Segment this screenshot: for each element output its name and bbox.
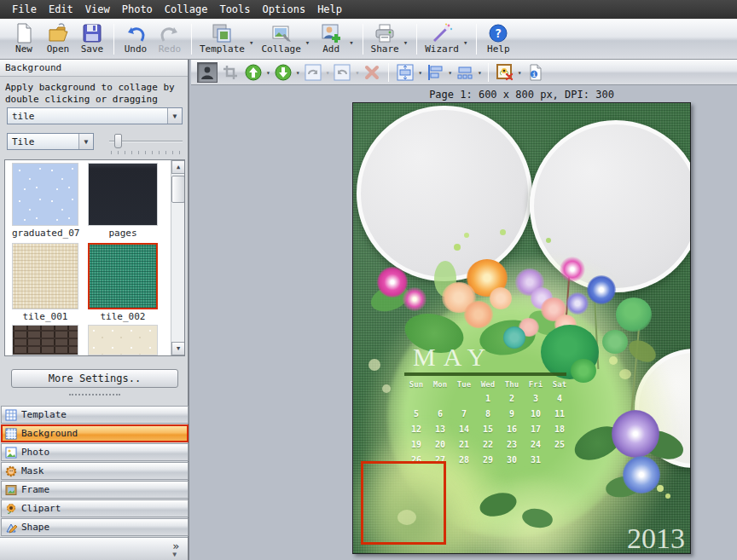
calendar-year: 2013	[627, 522, 685, 554]
sidebar-item-label: Mask	[21, 465, 44, 476]
undo-button[interactable]: Undo	[119, 21, 153, 56]
thumbnail-label: pages	[88, 226, 158, 239]
scrollbar-thumb[interactable]	[171, 176, 185, 203]
collage-button[interactable]: Collage	[258, 21, 304, 56]
rotate-ccw-button[interactable]	[332, 62, 352, 83]
distribute-dropdown-arrow[interactable]: ▾	[478, 67, 482, 77]
canvas-toolbar: ▾ ▾ ▾ ▾ ▾ ▾ ▾ ▾	[191, 60, 737, 85]
share-dropdown-arrow[interactable]: ▾	[403, 32, 408, 47]
canvas-toolbar-separator	[488, 63, 489, 82]
rotate-ccw-dropdown-arrow[interactable]: ▾	[355, 67, 359, 77]
replace-clipart-dropdown-arrow[interactable]: ▾	[518, 67, 522, 77]
background-scale-slider[interactable]	[109, 133, 183, 155]
sidebar-item-photo[interactable]: Photo	[1, 443, 189, 461]
rotate-cw-dropdown-arrow[interactable]: ▾	[326, 67, 330, 77]
move-up-dropdown-arrow[interactable]: ▾	[266, 67, 270, 77]
sidebar-item-shape[interactable]: Shape	[1, 518, 189, 536]
thumbnail-partial[interactable]	[12, 325, 78, 355]
chevron-down-icon[interactable]: ▼	[167, 108, 182, 124]
align-center-button[interactable]	[395, 62, 415, 83]
thumbnail-image	[12, 243, 78, 309]
thumbnail-tile-002-selected[interactable]: tile_002	[88, 243, 158, 322]
save-button[interactable]: Save	[75, 21, 109, 56]
rotate-cw-button[interactable]	[303, 62, 323, 83]
sidebar-item-label: Shape	[21, 522, 49, 533]
more-settings-button[interactable]: More Settings..	[11, 369, 178, 388]
collage-canvas[interactable]: MAY SunMonTueWedThuFriSat 12345678910111…	[352, 102, 691, 554]
chevron-down-icon[interactable]: ▼	[78, 134, 93, 149]
delete-button[interactable]	[362, 62, 382, 83]
thumbnail-scrollbar[interactable]: ▲ ▼	[171, 160, 184, 355]
thumbnail-graduated-07[interactable]: graduated_07	[12, 163, 78, 239]
move-down-button[interactable]	[273, 62, 293, 83]
thumbnail-partial[interactable]	[88, 325, 158, 355]
move-up-icon	[245, 64, 262, 81]
shape-pencil-icon	[5, 522, 17, 534]
slider-thumb[interactable]	[114, 134, 122, 148]
save-button-label: Save	[81, 44, 104, 55]
calendar-divider	[404, 372, 566, 376]
splitter-grip[interactable]	[69, 394, 120, 395]
sidebar-item-template[interactable]: Template	[1, 406, 189, 424]
redo-button[interactable]: Redo	[153, 21, 187, 56]
sidebar-item-background[interactable]: Background	[1, 424, 189, 442]
new-button[interactable]: New	[7, 21, 41, 56]
add-button[interactable]: Add	[314, 21, 348, 56]
sidebar-item-frame[interactable]: Frame	[1, 481, 189, 499]
select-photo-button[interactable]	[197, 62, 218, 83]
wizard-dropdown-arrow[interactable]: ▾	[463, 32, 467, 47]
crop-button[interactable]	[220, 62, 241, 83]
scroll-up-icon[interactable]: ▲	[171, 160, 185, 174]
align-left-button[interactable]	[425, 62, 445, 83]
thumbnail-tile-001[interactable]: tile_001	[12, 243, 78, 322]
align-left-dropdown-arrow[interactable]: ▾	[448, 67, 452, 77]
page-properties-button[interactable]: i	[525, 62, 545, 83]
calendar-date: 14	[459, 424, 469, 434]
align-center-dropdown-arrow[interactable]: ▾	[418, 67, 422, 77]
menu-photo[interactable]: Photo	[122, 3, 153, 15]
replace-clipart-icon	[496, 64, 514, 81]
distribute-icon	[456, 64, 473, 81]
sidebar-collapse-bar[interactable]: » ▼	[0, 537, 188, 560]
thumbnail-pages[interactable]: pages	[88, 163, 158, 239]
open-button[interactable]: Open	[41, 21, 75, 56]
thumbnail-image	[88, 325, 158, 355]
sidebar-item-label: Frame	[21, 484, 49, 495]
background-panel: Background Apply background to collage b…	[0, 60, 189, 560]
chevron-down-icon[interactable]: ▼	[172, 551, 177, 558]
background-category-select[interactable]: tile ▼	[7, 107, 183, 124]
menu-help[interactable]: Help	[317, 3, 342, 15]
help-icon: ?	[487, 22, 509, 44]
sidebar-item-mask[interactable]: Mask	[1, 462, 189, 480]
share-button[interactable]: Share	[368, 21, 403, 56]
template-dropdown-arrow[interactable]: ▾	[249, 32, 253, 47]
move-up-button[interactable]	[243, 62, 264, 83]
sidebar-item-clipart[interactable]: Clipart	[1, 499, 189, 517]
wizard-button[interactable]: Wizard	[421, 21, 462, 56]
replace-clipart-button[interactable]	[495, 62, 515, 83]
menu-tools[interactable]: Tools	[219, 3, 250, 15]
thumbnail-image	[88, 163, 158, 226]
menu-options[interactable]: Options	[263, 3, 306, 15]
add-button-label: Add	[322, 44, 339, 55]
photo-placeholder-circle[interactable]	[357, 106, 532, 281]
main-toolbar: New Open Save Undo Redo Template ▾ Colla…	[0, 19, 737, 60]
collage-icon	[270, 22, 293, 44]
menu-view[interactable]: View	[85, 3, 110, 15]
scroll-down-icon[interactable]: ▼	[171, 342, 185, 355]
template-button[interactable]: Template	[196, 21, 248, 56]
menu-file[interactable]: File	[12, 3, 37, 15]
calendar-date: 21	[459, 440, 469, 449]
calendar-date: 23	[507, 440, 517, 449]
panel-title: Background	[0, 60, 188, 77]
background-mode-select[interactable]: Tile ▼	[7, 133, 94, 150]
help-button[interactable]: ? Help	[481, 21, 515, 56]
menu-collage[interactable]: Collage	[165, 3, 208, 15]
collage-dropdown-arrow[interactable]: ▾	[305, 32, 310, 47]
thumbnail-label: graduated_07	[12, 226, 78, 239]
wizard-icon	[431, 22, 453, 44]
move-down-dropdown-arrow[interactable]: ▾	[296, 67, 300, 77]
distribute-button[interactable]	[455, 62, 475, 83]
add-dropdown-arrow[interactable]: ▾	[349, 32, 353, 47]
menu-edit[interactable]: Edit	[49, 3, 73, 15]
